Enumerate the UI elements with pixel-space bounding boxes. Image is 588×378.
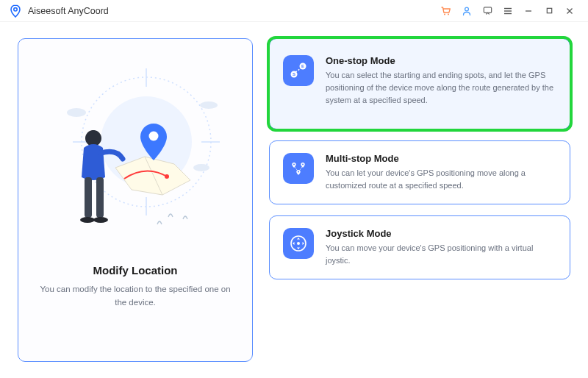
multi-stop-mode-desc: You can let your device's GPS positionin… — [326, 167, 556, 192]
svg-rect-24 — [85, 177, 92, 218]
svg-point-1 — [444, 13, 445, 15]
svg-point-32 — [293, 164, 295, 165]
cart-icon[interactable] — [437, 1, 456, 21]
svg-point-21 — [165, 174, 169, 179]
modify-location-illustration — [36, 54, 234, 260]
close-button[interactable] — [560, 1, 579, 21]
feedback-icon[interactable] — [478, 1, 497, 21]
svg-point-36 — [297, 242, 300, 245]
svg-text:S: S — [293, 72, 295, 76]
svg-text:E: E — [301, 64, 304, 68]
svg-point-19 — [200, 101, 218, 109]
modify-location-desc: You can modify the location to the speci… — [35, 282, 236, 310]
svg-rect-9 — [547, 8, 551, 13]
modify-location-title: Modify Location — [93, 264, 178, 277]
multi-stop-mode-icon — [283, 153, 314, 184]
svg-point-20 — [193, 164, 209, 171]
joystick-mode-icon — [283, 228, 314, 259]
svg-point-0 — [14, 7, 17, 10]
titlebar: Aiseesoft AnyCoord — [0, 0, 588, 22]
one-stop-mode-title: One-stop Mode — [326, 55, 556, 66]
svg-point-26 — [80, 217, 95, 223]
svg-rect-4 — [484, 7, 491, 13]
minimize-button[interactable] — [519, 1, 538, 21]
mode-list: S E One-stop Mode You can select the sta… — [269, 38, 570, 362]
menu-icon[interactable] — [498, 1, 517, 21]
app-title: Aiseesoft AnyCoord — [28, 6, 109, 16]
joystick-mode-card[interactable]: Joystick Mode You can move your device's… — [269, 215, 570, 279]
main-content: Modify Location You can modify the locat… — [0, 22, 588, 378]
modify-location-card[interactable]: Modify Location You can modify the locat… — [18, 38, 253, 362]
app-window: Aiseesoft AnyCoord — [0, 0, 588, 378]
svg-point-2 — [448, 13, 449, 15]
svg-point-33 — [302, 164, 304, 165]
svg-point-34 — [298, 171, 299, 173]
svg-rect-25 — [96, 177, 104, 218]
svg-point-3 — [465, 7, 469, 11]
user-icon[interactable] — [457, 1, 476, 21]
svg-point-18 — [67, 108, 86, 117]
svg-point-27 — [93, 217, 108, 223]
one-stop-mode-desc: You can select the starting and ending s… — [326, 69, 556, 107]
one-stop-mode-card[interactable]: S E One-stop Mode You can select the sta… — [269, 38, 570, 129]
maximize-button[interactable] — [539, 1, 559, 21]
multi-stop-mode-title: Multi-stop Mode — [326, 153, 556, 164]
joystick-mode-title: Joystick Mode — [326, 228, 556, 239]
multi-stop-mode-card[interactable]: Multi-stop Mode You can let your device'… — [269, 140, 570, 204]
joystick-mode-desc: You can move your device's GPS positioni… — [326, 242, 556, 267]
svg-point-22 — [149, 132, 159, 141]
app-logo-icon — [9, 4, 22, 18]
one-stop-mode-icon: S E — [283, 55, 314, 86]
